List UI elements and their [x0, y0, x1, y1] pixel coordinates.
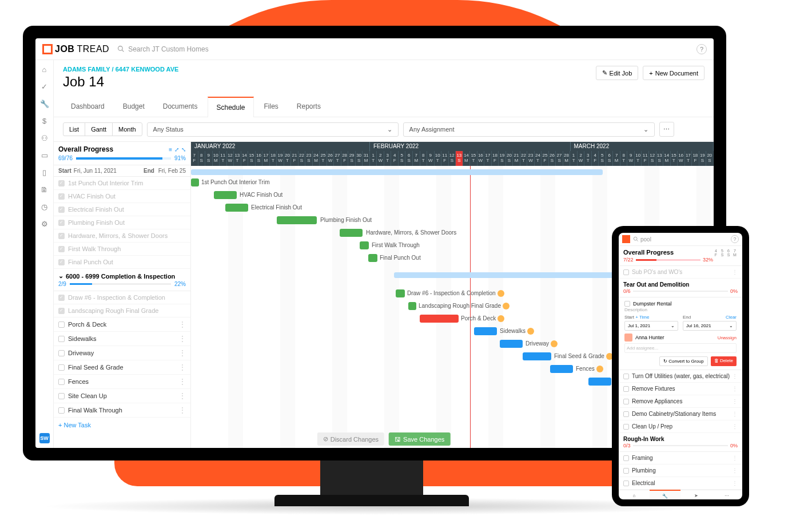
gantt-bar[interactable]: [277, 216, 317, 224]
task-item[interactable]: Final Seed & Grade⋮: [54, 360, 190, 375]
home-icon[interactable]: ⌂: [40, 65, 49, 74]
gantt-bar[interactable]: [420, 315, 459, 323]
view-list[interactable]: List: [63, 123, 85, 136]
gear-icon[interactable]: ⚙: [40, 219, 49, 228]
task-item[interactable]: Final Punch Out: [54, 256, 190, 269]
task-item[interactable]: Fences⋮: [54, 375, 190, 389]
task-item[interactable]: Hardware, Mirrors, & Shower Doors: [54, 229, 190, 243]
user-badge[interactable]: SW: [39, 433, 50, 443]
tablet-task-item[interactable]: Plumbing⋮: [619, 465, 742, 477]
tablet-group[interactable]: Tear Out and Demolition 0/60%: [619, 279, 742, 297]
nav-more[interactable]: ⋯More: [711, 490, 742, 499]
tablet-task-item[interactable]: Remove Fixtures⋮: [619, 383, 742, 395]
avatar: [503, 303, 510, 309]
tablet-help-icon[interactable]: ?: [731, 235, 739, 243]
task-item[interactable]: Porch & Deck⋮: [54, 317, 190, 332]
file-icon[interactable]: 🗎: [40, 185, 49, 194]
gantt-bar[interactable]: [500, 340, 523, 348]
search-input[interactable]: Search JT Custom Homes: [117, 45, 696, 53]
book-icon[interactable]: ▯: [40, 168, 49, 177]
tab-dashboard[interactable]: Dashboard: [63, 97, 113, 117]
gantt-bar[interactable]: [474, 327, 497, 335]
people-icon[interactable]: ⚇: [40, 133, 49, 142]
tab-schedule[interactable]: Schedule: [208, 97, 253, 117]
wrench-icon[interactable]: 🔧: [40, 99, 49, 108]
task-group[interactable]: ⌄ 6000 - 6999 Completion & Inspection2/9…: [54, 269, 190, 291]
status-filter[interactable]: Any Status⌄: [147, 122, 399, 137]
tablet-task-item[interactable]: Clean Up / Prep⋮: [619, 420, 742, 433]
gantt-bar[interactable]: [368, 254, 377, 262]
gantt-bar[interactable]: [225, 204, 248, 212]
logo: JOBTREAD: [42, 44, 109, 54]
search-icon: [633, 236, 639, 242]
gantt-bar[interactable]: [360, 241, 369, 249]
tablet-group[interactable]: Rough-In Work 0/30%: [619, 433, 742, 452]
tablet-task-item[interactable]: Electrical⋮: [619, 477, 742, 490]
gantt-bar[interactable]: [340, 229, 363, 237]
list-icon[interactable]: ≡: [169, 146, 172, 153]
more-button[interactable]: ⋯: [659, 122, 674, 137]
check-icon[interactable]: ✓: [40, 82, 49, 91]
nav-orders[interactable]: ➤Orders: [680, 490, 711, 499]
tablet-task-item[interactable]: Remove Appliances⋮: [619, 395, 742, 408]
tablet-search-input[interactable]: pool: [633, 236, 731, 243]
gantt-bar[interactable]: [214, 191, 237, 199]
expand-icon[interactable]: ⤡: [181, 146, 186, 153]
start-date-input[interactable]: Jul 1, 2021⌄: [624, 321, 678, 331]
task-item[interactable]: Electrical Finish Out: [54, 203, 190, 216]
tab-documents[interactable]: Documents: [155, 97, 206, 117]
task-item[interactable]: 1st Punch Out Interior Trim: [54, 177, 190, 190]
save-button[interactable]: 🖫Save Changes: [389, 432, 450, 446]
progress-fraction: 69/76: [58, 155, 73, 161]
assignment-filter[interactable]: Any Assignment⌄: [403, 122, 655, 137]
task-item[interactable]: Site Clean Up⋮: [54, 389, 190, 403]
nav-jobs[interactable]: 🔧Jobs: [650, 490, 680, 499]
tab-files[interactable]: Files: [256, 97, 286, 117]
tab-reports[interactable]: Reports: [289, 97, 329, 117]
discard-button[interactable]: ⊘Discard Changes: [317, 432, 384, 446]
tabs: DashboardBudgetDocumentsScheduleFilesRep…: [54, 97, 714, 117]
task-item[interactable]: Driveway⋮: [54, 346, 190, 360]
task-item[interactable]: Draw #6 - Inspection & Completion: [54, 291, 190, 304]
new-task-button[interactable]: + New Task: [54, 418, 190, 432]
clock-icon[interactable]: ◷: [40, 202, 49, 211]
tablet-task-item[interactable]: Sub PO's and WO's⋮: [619, 266, 742, 279]
new-document-button[interactable]: +New Document: [643, 66, 704, 80]
task-item[interactable]: Plumbing Finish Out: [54, 216, 190, 229]
tablet-task-item[interactable]: Demo Cabinetry/Stationary Items⋮: [619, 408, 742, 420]
gantt-bar[interactable]: [588, 378, 611, 386]
task-item[interactable]: First Walk Through: [54, 243, 190, 256]
gantt-bar[interactable]: [396, 289, 405, 297]
nav-home[interactable]: ⌂Home: [619, 490, 650, 499]
help-icon[interactable]: ?: [696, 44, 707, 54]
gantt-bar[interactable]: [394, 272, 623, 278]
edit-job-button[interactable]: ✎Edit Job: [596, 66, 639, 80]
convert-button[interactable]: ↻ Convert to Group: [659, 356, 708, 366]
gantt-bar[interactable]: [191, 178, 199, 186]
truck-icon[interactable]: ▭: [40, 150, 49, 160]
task-item[interactable]: Landscaping Rough Final Grade: [54, 304, 190, 317]
tab-budget[interactable]: Budget: [115, 97, 153, 117]
delete-button[interactable]: 🗑 Delete: [711, 356, 737, 366]
add-assignee-input[interactable]: Add assignee...: [624, 343, 737, 353]
view-month[interactable]: Month: [113, 123, 142, 136]
end-date-input[interactable]: Jul 16, 2021⌄: [683, 321, 737, 331]
unassign-button[interactable]: Unassign: [718, 335, 737, 340]
task-item[interactable]: Sidewalks⋮: [54, 332, 190, 346]
tablet-task-item[interactable]: Framing⋮: [619, 452, 742, 465]
breadcrumb[interactable]: ADAMS FAMILY / 6447 KENWOOD AVE: [63, 66, 178, 73]
task-item[interactable]: HVAC Finish Out: [54, 190, 190, 203]
gantt-bar[interactable]: [408, 302, 416, 310]
view-gantt[interactable]: Gantt: [85, 123, 113, 136]
overall-progress-title: Overall Progress: [58, 145, 113, 153]
add-time-button[interactable]: + Time: [635, 315, 649, 320]
dollar-icon[interactable]: $: [40, 116, 49, 125]
collapse-icon[interactable]: ⤢: [174, 146, 179, 153]
gantt-bar[interactable]: [550, 365, 573, 373]
clear-button[interactable]: Clear: [726, 315, 737, 320]
task-item[interactable]: Final Walk Through⋮: [54, 403, 190, 418]
tablet-task-item[interactable]: Turn Off Utilities (water, gas, electric…: [619, 370, 742, 383]
gantt-bar[interactable]: [523, 352, 551, 360]
gantt-label: Final Seed & Grade: [554, 353, 613, 360]
view-segment[interactable]: ListGanttMonth: [63, 122, 142, 136]
